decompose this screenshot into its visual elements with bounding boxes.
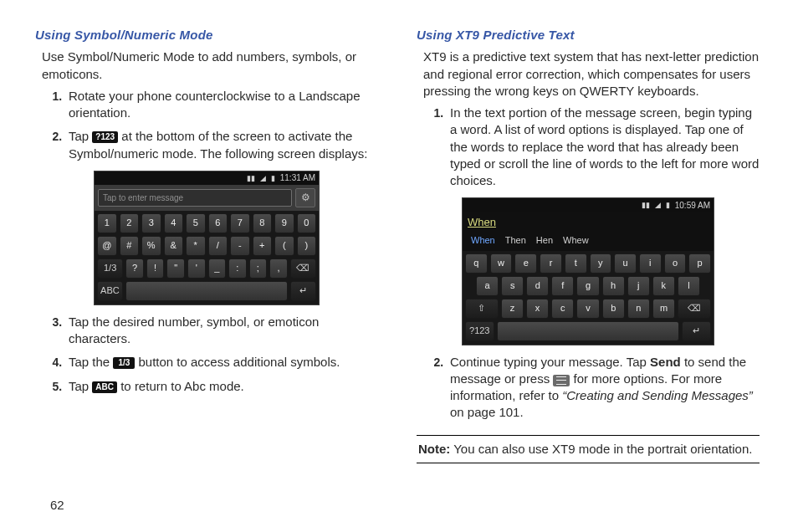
heading-symbol-mode: Using Symbol/Numeric Mode — [35, 27, 378, 43]
step-5-post: to return to Abc mode. — [117, 379, 244, 393]
key[interactable]: u — [614, 253, 637, 274]
key[interactable]: ) — [297, 236, 317, 256]
right-column: Using XT9 Predictive Text XT9 is a predi… — [417, 27, 760, 463]
key[interactable]: p — [688, 253, 711, 274]
key[interactable]: c — [551, 299, 574, 319]
cross-reference: “Creating and Sending Messages” — [562, 388, 753, 402]
key[interactable]: a — [476, 276, 499, 296]
step-4-pre: Tap the — [69, 355, 113, 369]
key[interactable]: 5 — [186, 213, 206, 233]
backspace-key[interactable]: ⌫ — [678, 299, 711, 319]
key[interactable]: r — [540, 253, 562, 274]
key[interactable]: b — [602, 299, 625, 319]
key[interactable]: o — [664, 253, 687, 274]
gear-icon: ⚙ — [301, 191, 310, 204]
key[interactable]: - — [230, 236, 250, 256]
key[interactable]: " — [166, 258, 185, 279]
key[interactable]: i — [639, 253, 662, 274]
return-key[interactable]: ↵ — [290, 281, 316, 301]
prediction[interactable]: Hen — [536, 234, 553, 247]
key[interactable]: w — [490, 253, 513, 274]
key[interactable]: j — [627, 276, 650, 296]
key[interactable]: , — [269, 258, 288, 279]
shift-key[interactable]: ⇧ — [465, 299, 499, 319]
key[interactable]: 9 — [274, 213, 294, 233]
key[interactable]: ' — [187, 258, 206, 279]
key[interactable]: @ — [97, 236, 117, 256]
key[interactable]: g — [576, 276, 599, 296]
step-3: Tap the desired number, symbol, or emoti… — [65, 314, 378, 348]
intro-left: Use Symbol/Numeric Mode to add numbers, … — [42, 49, 378, 83]
key[interactable]: 2 — [120, 213, 140, 233]
key[interactable]: 6 — [208, 213, 228, 233]
key[interactable]: m — [652, 299, 675, 319]
backspace-key[interactable]: ⌫ — [290, 258, 316, 279]
space-key[interactable] — [497, 321, 680, 341]
key[interactable]: 4 — [164, 213, 184, 233]
note-text: You can also use XT9 mode in the portrai… — [450, 442, 752, 456]
data-icon: ◢ — [260, 173, 266, 183]
key[interactable]: ; — [249, 258, 268, 279]
return-key[interactable]: ↵ — [682, 321, 711, 341]
key[interactable]: 0 — [297, 213, 317, 233]
abc-icon: ABC — [92, 381, 117, 393]
key[interactable]: 1 — [97, 213, 117, 233]
key[interactable]: + — [253, 236, 273, 256]
key[interactable]: 7 — [230, 213, 250, 233]
key[interactable]: _ — [208, 258, 227, 279]
gear-button[interactable]: ⚙ — [295, 188, 315, 207]
space-key[interactable] — [125, 281, 288, 301]
key[interactable]: h — [602, 276, 625, 296]
signal-icon: ▮▮ — [247, 173, 255, 183]
message-box: Tap to enter message ⚙ — [95, 185, 319, 211]
key[interactable]: # — [120, 236, 140, 256]
key[interactable]: x — [526, 299, 549, 319]
prediction[interactable]: Then — [505, 234, 526, 247]
123-icon: ?123 — [92, 131, 118, 143]
key[interactable]: k — [652, 276, 675, 296]
key[interactable]: ! — [146, 258, 165, 279]
prediction[interactable]: When — [471, 234, 495, 247]
key[interactable]: 3 — [141, 213, 161, 233]
key[interactable]: % — [141, 236, 161, 256]
prediction[interactable]: Whew — [563, 234, 589, 247]
key[interactable]: q — [465, 253, 488, 274]
screenshot-symbol-keyboard: ▮▮ ◢ ▮ 11:31 AM Tap to enter message ⚙ 1… — [94, 171, 320, 305]
key[interactable]: s — [501, 276, 524, 296]
left-column: Using Symbol/Numeric Mode Use Symbol/Num… — [35, 27, 378, 463]
key[interactable]: / — [208, 236, 228, 256]
key[interactable]: ? — [125, 258, 144, 279]
key[interactable]: ( — [274, 236, 294, 256]
key[interactable]: & — [164, 236, 184, 256]
key[interactable]: f — [551, 276, 574, 296]
status-time: 10:59 AM — [675, 200, 710, 212]
status-time: 11:31 AM — [280, 172, 315, 184]
key[interactable]: * — [186, 236, 206, 256]
qwerty-keyboard: q w e r t y u i o p a s d f g h — [463, 251, 714, 345]
abc-key[interactable]: ABC — [97, 281, 123, 301]
key[interactable]: v — [576, 299, 599, 319]
123-key[interactable]: ?123 — [465, 321, 494, 341]
key[interactable]: d — [526, 276, 549, 296]
key[interactable]: t — [565, 253, 587, 274]
note-label: Note: — [418, 442, 450, 456]
steps-right-continued: Continue typing your message. Tap Send t… — [417, 354, 760, 422]
message-input[interactable]: Tap to enter message — [98, 189, 292, 207]
step-5: Tap ABC to return to Abc mode. — [65, 378, 378, 395]
key[interactable]: z — [501, 299, 524, 319]
data-icon: ◢ — [655, 200, 661, 210]
key[interactable]: n — [627, 299, 650, 319]
key[interactable]: y — [590, 253, 612, 274]
note-block: Note: You can also use XT9 mode in the p… — [417, 435, 760, 463]
page-key[interactable]: 1/3 — [97, 258, 123, 279]
key[interactable]: : — [228, 258, 247, 279]
battery-icon: ▮ — [666, 200, 670, 210]
step-r1: In the text portion of the message scree… — [447, 105, 760, 189]
signal-icon: ▮▮ — [642, 200, 650, 210]
key[interactable]: l — [678, 276, 700, 296]
key[interactable]: e — [514, 253, 537, 274]
typed-word[interactable]: When — [463, 212, 714, 232]
steps-right: In the text portion of the message scree… — [417, 105, 760, 189]
key[interactable]: 8 — [253, 213, 273, 233]
steps-left: Rotate your phone counterclockwise to a … — [35, 88, 378, 162]
